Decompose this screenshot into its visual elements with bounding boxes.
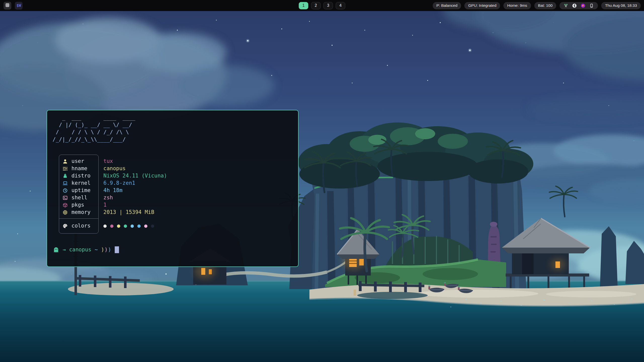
fetch-label: colors — [71, 222, 91, 230]
status-area: P: Balanced GPU: Integrated Home: 9ms Ba… — [433, 2, 641, 9]
ghost-icon — [53, 247, 59, 253]
scissors-icon[interactable] — [564, 4, 568, 8]
fetch-label: pkgs — [71, 201, 84, 209]
gpu-pill[interactable]: GPU: Integrated — [464, 2, 500, 9]
sliders-icon — [62, 166, 68, 171]
top-bar: $W 1 2 3 4 P: Balanced GPU: Integrated H… — [0, 0, 644, 11]
fetch-row-distro: distro — [59, 172, 98, 179]
terminal-palette — [103, 222, 167, 230]
terminal-icon — [62, 195, 68, 200]
fetch-value-kernel: 6.9.8-zen1 — [103, 179, 135, 187]
palette-icon — [62, 223, 68, 229]
app-grid-icon — [5, 3, 10, 8]
fetch-values: tux canopus NixOS 24.11 (Vicuna) 6.9.8-z… — [103, 155, 167, 234]
workspace-button-1[interactable]: 1 — [299, 2, 308, 9]
ascii-logo-line: /_/|_/_//_\_\\____/___/ — [53, 136, 298, 143]
fetch-row-hname: hname — [59, 165, 98, 172]
palette-dot — [144, 224, 147, 228]
package-icon — [62, 202, 68, 208]
terminal-window[interactable]: _ ___ ____ ____ / |/ (_)_ __/ __ \/ __/ … — [47, 110, 299, 267]
palette-dot — [110, 224, 113, 228]
fetch-value-shell: zsh — [103, 194, 113, 201]
ascii-logo: _ ___ ____ ____ / |/ (_)_ __/ __ \/ __/ … — [53, 114, 298, 143]
desktop: $W 1 2 3 4 P: Balanced GPU: Integrated H… — [0, 0, 644, 362]
ascii-logo-line: _ ___ ____ ____ — [53, 114, 298, 121]
fetch-labels-box: user hname distro — [59, 155, 99, 234]
penguin-icon — [62, 173, 68, 178]
user-icon — [62, 159, 68, 164]
fetch-row-shell: shell — [59, 194, 98, 201]
system-tray — [559, 2, 598, 9]
fetch-label: distro — [71, 172, 91, 179]
fetch-row-memory: memory — [59, 209, 98, 216]
fetch-label: kernel — [71, 179, 91, 187]
ascii-logo-line: / |/ (_)_ __/ __ \/ __/ — [53, 121, 298, 129]
phone-icon[interactable] — [589, 4, 594, 8]
top-bar-left: $W — [4, 2, 23, 10]
fetch-row-colors: colors — [59, 222, 98, 230]
fetch-value-pkgs: 1 — [103, 201, 107, 209]
fetch-row-pkgs: pkgs — [59, 201, 98, 209]
fetch-label: uptime — [71, 187, 91, 194]
workspace-button-4[interactable]: 4 — [336, 2, 345, 9]
fetch-value-uptime: 4h 18m — [103, 187, 123, 194]
prompt-arrow: → — [63, 246, 66, 253]
palette-dot — [137, 224, 141, 228]
bluetooth-icon[interactable] — [572, 4, 577, 8]
fetch-row-user: user — [59, 158, 98, 165]
fetch-label: user — [71, 158, 84, 165]
battery-pill[interactable]: Bat: 100 — [534, 2, 556, 9]
wallpaper-tool-button[interactable]: $W — [15, 2, 23, 10]
fetch-row-kernel: kernel — [59, 179, 98, 187]
fetch-label: hname — [71, 165, 87, 172]
app-launcher-button[interactable] — [4, 2, 11, 10]
laptop-icon — [62, 180, 68, 186]
ascii-logo-line: / / / \ \ / /_/ /\ \ — [53, 129, 298, 136]
fetch-value-user: tux — [103, 158, 113, 165]
palette-dot — [131, 224, 134, 228]
flame-icon[interactable] — [581, 4, 585, 8]
fetch-table: user hname distro — [59, 155, 298, 234]
clock-icon — [62, 188, 68, 193]
fetch-label: memory — [71, 209, 91, 216]
wallpaper-tool-label: $W — [16, 3, 21, 8]
prompt-line[interactable]: → canopus ~ ))) — [53, 246, 298, 253]
power-profile-pill[interactable]: P: Balanced — [433, 2, 461, 9]
network-latency-pill[interactable]: Home: 9ms — [503, 2, 531, 9]
prompt-hostname: canopus — [69, 246, 92, 253]
palette-dot — [151, 224, 154, 228]
prompt-cwd: ~ — [95, 246, 98, 253]
chip-icon — [62, 210, 68, 215]
fetch-label: shell — [71, 194, 87, 201]
fetch-value-hname: canopus — [103, 165, 126, 172]
workspace-button-3[interactable]: 3 — [324, 2, 333, 9]
fetch-value-distro: NixOS 24.11 (Vicuna) — [103, 172, 167, 179]
workspace-switcher: 1 2 3 4 — [299, 0, 345, 11]
clock-pill[interactable]: Thu Aug 08, 18:33 — [601, 2, 641, 9]
fetch-row-uptime: uptime — [59, 187, 98, 194]
workspace-button-2[interactable]: 2 — [311, 2, 321, 9]
terminal-cursor[interactable] — [115, 246, 119, 253]
palette-dot — [124, 224, 127, 228]
fetch-value-memory: 2013 | 15394 MiB — [103, 209, 154, 216]
prompt-chevrons: ))) — [101, 246, 111, 253]
palette-dot — [117, 224, 120, 228]
palette-dot — [103, 224, 107, 228]
